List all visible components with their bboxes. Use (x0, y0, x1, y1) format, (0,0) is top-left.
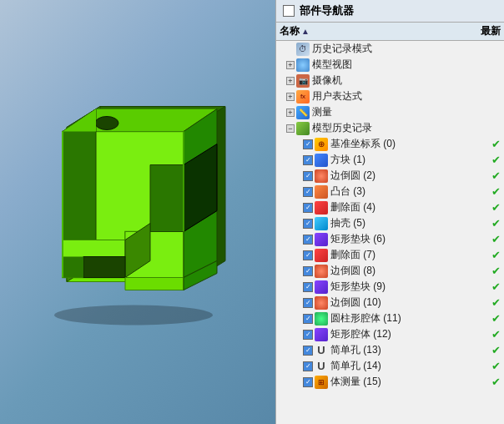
tree-item[interactable]: 凸台 (3)✔ (276, 184, 504, 199)
item-label: 方块 (1) (330, 153, 489, 167)
item-label: 用户表达式 (312, 89, 502, 103)
item-checkbox[interactable] (303, 266, 313, 276)
expand-btn (293, 362, 301, 371)
item-checkbox[interactable] (303, 314, 313, 324)
item-label: 简单孔 (14) (330, 359, 489, 373)
item-checkbox[interactable] (303, 187, 313, 197)
tree-item[interactable]: −模型历史记录 (276, 120, 504, 136)
expand-btn (293, 283, 301, 291)
3d-viewport[interactable] (0, 0, 275, 424)
item-checkbox[interactable] (303, 361, 313, 371)
icon-shell (315, 217, 328, 230)
tree-item[interactable]: ⏱历史记录模式 (276, 41, 504, 57)
tree-item[interactable]: +📷摄像机 (276, 73, 504, 88)
icon-model-view (296, 58, 310, 72)
tree-item[interactable]: 删除面 (4)✔ (276, 199, 504, 215)
item-checkbox[interactable] (303, 377, 313, 387)
item-label: 边倒圆 (10) (330, 295, 489, 310)
tree-item[interactable]: 抽壳 (5)✔ (276, 215, 504, 231)
tree-item[interactable]: 矩形垫块 (9)✔ (276, 279, 504, 295)
item-label: 体测量 (15) (330, 375, 489, 389)
tree-item[interactable]: ⊞体测量 (15)✔ (276, 374, 504, 390)
tree-item[interactable]: U简单孔 (14)✔ (276, 358, 504, 374)
item-checkmark: ✔ (489, 249, 502, 261)
icon-model-hist (296, 122, 310, 135)
icon-measure: 📏 (296, 106, 310, 119)
item-label: 删除面 (4) (330, 200, 489, 215)
item-checkmark: ✔ (489, 201, 502, 214)
tree-item[interactable]: 圆柱形腔体 (11)✔ (276, 310, 504, 326)
item-checkmark: ✔ (489, 280, 502, 293)
item-checkmark: ✔ (489, 185, 502, 198)
expand-btn (293, 331, 301, 339)
expand-btn (293, 172, 301, 180)
tree-item[interactable]: +fx用户表达式 (276, 88, 504, 104)
tree-item[interactable]: 边倒圆 (10)✔ (276, 295, 504, 310)
item-checkbox[interactable] (303, 139, 313, 149)
item-label: 摄像机 (312, 73, 502, 88)
icon-expression: fx (296, 90, 310, 103)
item-label: 模型历史记录 (312, 121, 502, 135)
item-checkbox[interactable] (303, 250, 313, 260)
icon-delete (315, 249, 328, 262)
tree-item[interactable]: 边倒圆 (8)✔ (276, 263, 504, 279)
item-checkmark: ✔ (489, 154, 502, 166)
navigator-title: 部件导航器 (300, 3, 354, 18)
column-headers: 名称 ▲ 最新 (276, 23, 504, 41)
item-checkbox[interactable] (303, 155, 313, 165)
icon-rect-pad (315, 280, 328, 294)
expand-btn (293, 235, 301, 244)
item-checkbox[interactable] (303, 346, 313, 356)
icon-history: ⏱ (296, 43, 310, 56)
tree-item[interactable]: 方块 (1)✔ (276, 152, 504, 168)
item-checkbox[interactable] (303, 235, 313, 245)
icon-fillet (315, 169, 328, 183)
expand-btn (293, 251, 301, 260)
item-checkbox[interactable] (303, 219, 313, 229)
item-label: 边倒圆 (8) (330, 264, 489, 278)
tree-item[interactable]: +模型视图 (276, 57, 504, 73)
svg-marker-19 (125, 278, 184, 290)
item-checkbox[interactable] (303, 171, 313, 181)
icon-measure-dist: ⊞ (315, 376, 328, 389)
expand-btn[interactable]: + (286, 61, 295, 69)
item-label: 抽壳 (5) (330, 216, 489, 230)
item-checkbox[interactable] (303, 203, 313, 213)
tree-item[interactable]: 矩形腔体 (12)✔ (276, 326, 504, 342)
expand-btn[interactable]: − (286, 124, 295, 133)
item-checkmark: ✔ (489, 138, 502, 150)
expand-btn[interactable]: + (286, 93, 295, 101)
icon-simple-hole: U (315, 344, 328, 357)
item-label: 矩形腔体 (12) (330, 327, 489, 341)
expand-btn (293, 267, 301, 275)
expand-btn (286, 45, 295, 53)
expand-btn[interactable]: + (286, 109, 295, 117)
navigator-header: 部件导航器 (276, 0, 504, 23)
icon-rect-pad (315, 328, 328, 341)
tree-item[interactable]: +📏测量 (276, 104, 504, 120)
svg-point-24 (54, 305, 213, 326)
tree-item[interactable]: ⊕基准坐标系 (0)✔ (276, 136, 504, 152)
nav-tree[interactable]: ⏱历史记录模式+模型视图+📷摄像机+fx用户表达式+📏测量−模型历史记录⊕基准坐… (276, 41, 504, 424)
svg-marker-14 (150, 165, 184, 232)
icon-camera: 📷 (296, 74, 310, 88)
tree-item[interactable]: 边倒圆 (2)✔ (276, 168, 504, 184)
tree-item[interactable]: U简单孔 (13)✔ (276, 342, 504, 358)
icon-simple-hole: U (315, 360, 328, 373)
icon-fillet (315, 296, 328, 310)
item-checkbox[interactable] (303, 298, 313, 308)
expand-btn[interactable]: + (286, 77, 295, 85)
expand-btn (293, 315, 301, 323)
icon-chamfer (315, 185, 328, 199)
tree-item[interactable]: 删除面 (7)✔ (276, 247, 504, 263)
item-label: 历史记录模式 (312, 42, 502, 56)
item-checkbox[interactable] (303, 330, 313, 340)
navigator-icon (283, 5, 295, 17)
part-navigator: 部件导航器 名称 ▲ 最新 ⏱历史记录模式+模型视图+📷摄像机+fx用户表达式+… (275, 0, 504, 424)
expand-btn (293, 220, 301, 228)
item-label: 简单孔 (13) (330, 343, 489, 357)
item-checkbox[interactable] (303, 282, 313, 292)
3d-model (17, 94, 259, 331)
item-label: 矩形垫块 (6) (330, 232, 489, 246)
tree-item[interactable]: 矩形垫块 (6)✔ (276, 231, 504, 247)
